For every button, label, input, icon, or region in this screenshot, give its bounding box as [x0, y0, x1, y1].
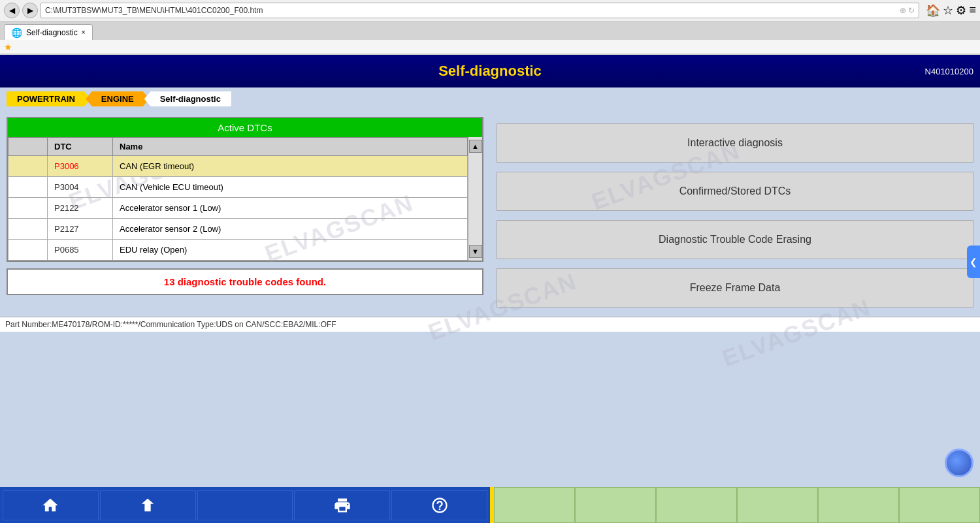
- scroll-down-arrow[interactable]: ▼: [469, 245, 482, 258]
- breadcrumb-self-diagnostic-label: Self-diagnostic: [160, 94, 221, 104]
- col-header-name: Name: [113, 138, 468, 156]
- status-text: 13 diagnostic trouble codes found.: [164, 276, 326, 287]
- green-btn-3[interactable]: [656, 487, 737, 523]
- bottom-status-text: Part Number:ME470178/ROM-ID:*****/Commun…: [5, 320, 336, 329]
- home-nav-icon: [41, 496, 59, 515]
- green-btn-5[interactable]: [818, 487, 899, 523]
- browser-toolbar: ◀ ▶ C:\MUT3TBSW\MUT3_TB\MENU\HTML\401CC0…: [0, 0, 980, 22]
- cell-name-2: Accelerator sensor 1 (Low): [113, 198, 468, 219]
- left-panel: Active DTCs DTC Name: [7, 117, 483, 308]
- cell-dtc-4: P0685: [48, 240, 113, 261]
- green-btn-6[interactable]: [899, 487, 980, 523]
- cell-name-3: Accelerator sensor 2 (Low): [113, 219, 468, 240]
- star-icon[interactable]: ☆: [943, 3, 953, 18]
- address-bar[interactable]: C:\MUT3TBSW\MUT3_TB\MENU\HTML\401CC0200_…: [41, 3, 919, 18]
- nav-home-button[interactable]: [3, 490, 99, 520]
- cell-name-1: CAN (Vehicle ECU timeout): [113, 177, 468, 198]
- table-row[interactable]: P0685EDU relay (Open): [8, 240, 468, 261]
- breadcrumb-powertrain-label: POWERTRAIN: [17, 94, 75, 104]
- home-icon[interactable]: 🏠: [926, 3, 940, 18]
- cell-check-2: [8, 198, 48, 219]
- green-btn-2[interactable]: [575, 487, 656, 523]
- table-row[interactable]: P3006CAN (EGR timeout): [8, 156, 468, 177]
- nav-help-button[interactable]: [391, 490, 487, 520]
- bookmarks-bar: ★: [0, 40, 980, 54]
- circle-icon-button[interactable]: [945, 449, 973, 477]
- back-button[interactable]: ◀: [4, 3, 20, 18]
- dtc-table-header: Active DTCs: [8, 118, 482, 137]
- version-number: N401010200: [925, 67, 973, 76]
- cell-check-0: [8, 156, 48, 177]
- right-panel: Interactive diagnosis Confirmed/Stored D…: [497, 117, 973, 308]
- cell-dtc-0: P3006: [48, 156, 113, 177]
- tab-close-button[interactable]: ×: [82, 29, 86, 36]
- dtc-table-container: Active DTCs DTC Name: [7, 117, 483, 262]
- dtc-table: DTC Name P3006CAN (EGR timeout)P3004CAN …: [8, 137, 468, 261]
- bottom-nav-blue: [0, 487, 490, 523]
- print-nav-icon: [333, 496, 351, 515]
- tab-label: Self-diagnostic: [26, 28, 78, 37]
- status-bar: 13 diagnostic trouble codes found.: [7, 268, 483, 295]
- help-nav-icon: [431, 496, 449, 515]
- green-btn-1[interactable]: [494, 487, 575, 523]
- cell-dtc-1: P3004: [48, 177, 113, 198]
- forward-button[interactable]: ▶: [22, 3, 38, 18]
- scroll-up-arrow[interactable]: ▲: [469, 140, 482, 153]
- address-text: C:\MUT3TBSW\MUT3_TB\MENU\HTML\401CC0200_…: [45, 6, 263, 15]
- table-header-row: DTC Name: [8, 138, 468, 156]
- table-row[interactable]: P2122Accelerator sensor 1 (Low): [8, 198, 468, 219]
- col-header-dtc: DTC: [48, 138, 113, 156]
- green-btn-4[interactable]: [737, 487, 818, 523]
- breadcrumb-engine[interactable]: ENGINE: [86, 91, 150, 106]
- table-wrapper: DTC Name P3006CAN (EGR timeout)P3004CAN …: [8, 137, 482, 261]
- browser-tab[interactable]: 🌐 Self-diagnostic ×: [4, 24, 93, 40]
- settings-icon[interactable]: ⚙: [956, 3, 966, 18]
- breadcrumb-self-diagnostic[interactable]: Self-diagnostic: [144, 91, 231, 106]
- cell-dtc-3: P2127: [48, 219, 113, 240]
- menu-icon[interactable]: ≡: [969, 3, 976, 18]
- col-header-check: [8, 138, 48, 156]
- table-scrollbar: ▲ ▼: [468, 137, 482, 261]
- browser-chrome: ◀ ▶ C:\MUT3TBSW\MUT3_TB\MENU\HTML\401CC0…: [0, 0, 980, 55]
- confirmed-stored-dtcs-button[interactable]: Confirmed/Stored DTCs: [497, 172, 973, 211]
- content-area: ELVAGSCAN ELVAGSCAN ELVAGSCAN ELVAGSCAN …: [0, 110, 980, 476]
- diagnostic-trouble-code-erasing-button[interactable]: Diagnostic Trouble Code Erasing: [497, 220, 973, 259]
- bottom-nav-green: [494, 487, 980, 523]
- tab-icon: 🌐: [11, 27, 22, 38]
- bottom-nav: [0, 487, 980, 523]
- freeze-frame-data-button[interactable]: Freeze Frame Data: [497, 268, 973, 308]
- cell-check-1: [8, 177, 48, 198]
- cell-check-3: [8, 219, 48, 240]
- bottom-status-bar: Part Number:ME470178/ROM-ID:*****/Commun…: [0, 317, 980, 332]
- table-row[interactable]: P3004CAN (Vehicle ECU timeout): [8, 177, 468, 198]
- cell-check-4: [8, 240, 48, 261]
- nav-empty-button[interactable]: [197, 490, 293, 520]
- table-row[interactable]: P2127Accelerator sensor 2 (Low): [8, 219, 468, 240]
- table-scroll: DTC Name P3006CAN (EGR timeout)P3004CAN …: [8, 137, 468, 261]
- side-arrow-button[interactable]: ❮: [967, 246, 980, 278]
- breadcrumb-engine-label: ENGINE: [101, 94, 134, 104]
- breadcrumb-bar: POWERTRAIN ENGINE Self-diagnostic: [0, 87, 980, 110]
- cell-name-0: CAN (EGR timeout): [113, 156, 468, 177]
- main-content: Active DTCs DTC Name: [0, 110, 980, 314]
- nav-up-button[interactable]: [100, 490, 196, 520]
- app-header: Self-diagnostic N401010200: [0, 55, 980, 87]
- interactive-diagnosis-button[interactable]: Interactive diagnosis: [497, 123, 973, 163]
- nav-print-button[interactable]: [294, 490, 390, 520]
- up-nav-icon: [139, 496, 157, 515]
- bookmark-icon: ★: [4, 42, 12, 52]
- app-title: Self-diagnostic: [438, 63, 542, 80]
- cell-dtc-2: P2122: [48, 198, 113, 219]
- tab-bar: 🌐 Self-diagnostic ×: [0, 22, 980, 40]
- breadcrumb-powertrain[interactable]: POWERTRAIN: [7, 91, 91, 106]
- cell-name-4: EDU relay (Open): [113, 240, 468, 261]
